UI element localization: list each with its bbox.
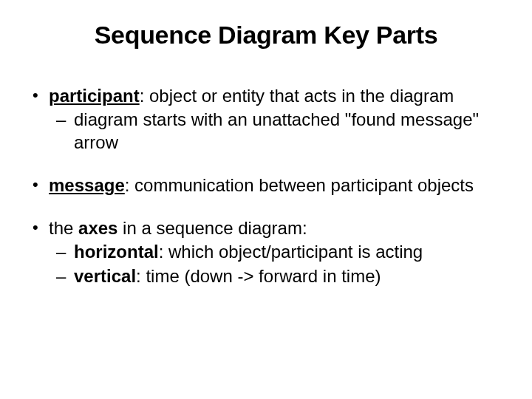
- bullet-message: message: communication between participa…: [27, 174, 510, 197]
- desc-participant: : object or entity that acts in the diag…: [140, 86, 454, 106]
- sub-found-message-text: diagram starts with an unattached "found…: [74, 109, 479, 152]
- desc-axes: in a sequence diagram:: [117, 218, 307, 238]
- sub-vertical: vertical: time (down -> forward in time): [49, 265, 510, 288]
- slide-title: Sequence Diagram Key Parts: [22, 21, 510, 50]
- sub-horizontal: horizontal: which object/participant is …: [49, 241, 510, 264]
- term-axes: axes: [78, 218, 117, 238]
- label-horizontal: horizontal: [74, 242, 159, 262]
- sub-found-message: diagram starts with an unattached "found…: [49, 109, 510, 154]
- term-message: message: [49, 175, 125, 195]
- content-body: participant: object or entity that acts …: [22, 85, 510, 288]
- bullet-participant: participant: object or entity that acts …: [27, 85, 510, 154]
- bullet-axes: the axes in a sequence diagram: horizont…: [27, 217, 510, 287]
- term-participant: participant: [49, 86, 140, 106]
- prefix-axes: the: [49, 218, 78, 238]
- label-vertical: vertical: [74, 266, 136, 286]
- text-horizontal: : which object/participant is acting: [159, 242, 423, 262]
- text-vertical: : time (down -> forward in time): [136, 266, 381, 286]
- desc-message: : communication between participant obje…: [125, 175, 474, 195]
